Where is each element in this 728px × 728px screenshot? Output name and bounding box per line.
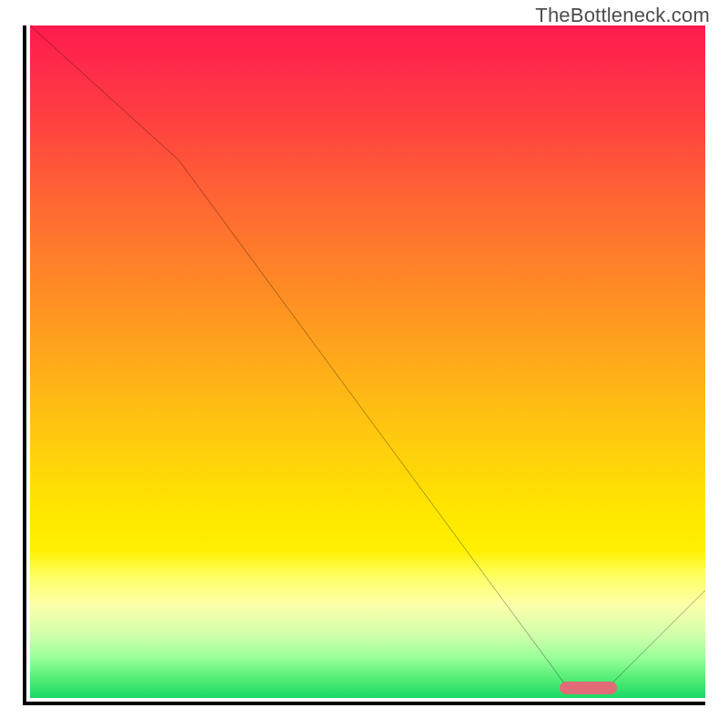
- chart-plot-area: [23, 25, 705, 705]
- chart-line-svg: [30, 25, 705, 698]
- watermark-text: TheBottleneck.com: [535, 4, 710, 27]
- bottleneck-curve-path: [30, 25, 705, 692]
- optimal-range-marker: [560, 682, 617, 694]
